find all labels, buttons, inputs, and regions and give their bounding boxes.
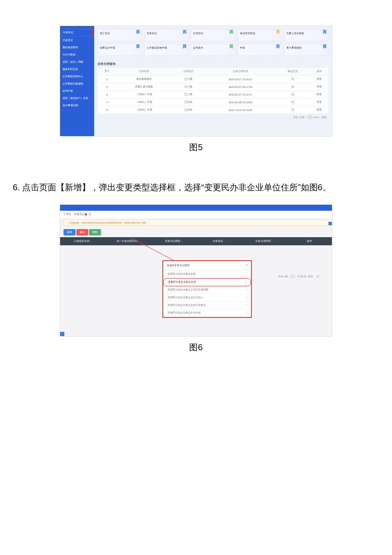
option-label: 变更民办非企业单位住所 bbox=[168, 281, 196, 284]
bookmark-icon bbox=[230, 30, 233, 34]
tab-apply[interactable]: 申请登记 bbox=[74, 213, 84, 215]
table-cell[interactable]: 查看 bbox=[309, 83, 329, 91]
table-cell: 2022-09-28 19:13:24 bbox=[205, 99, 276, 106]
table-cell[interactable]: 查看 bbox=[309, 99, 329, 106]
bookmark-icon bbox=[276, 44, 280, 49]
sidebar-item-apply[interactable]: 申请登记 bbox=[62, 29, 92, 37]
card-fuzeren[interactable]: 负责人设有报备 bbox=[284, 29, 329, 41]
modal-option-address[interactable]: 变更民办非企业单位住所 › bbox=[163, 278, 251, 286]
sidebar-item[interactable]: 证书申请 bbox=[62, 87, 92, 95]
sidebar-item[interactable]: 公开数组归集编制 bbox=[62, 80, 92, 87]
bookmark-icon bbox=[183, 30, 186, 34]
main-content: 成立登记 变更登记 注销登记 修改查询情况 负责人设有报备 须事追归申报 公开募… bbox=[94, 26, 332, 136]
delete-button[interactable]: 删除 bbox=[89, 229, 101, 235]
modal-option-legal[interactable]: 变更民办非企业单位法定代表人 › bbox=[163, 294, 251, 302]
card-label: 须事追归申报 bbox=[100, 46, 115, 50]
card-label: 变更登记 bbox=[147, 32, 157, 35]
card-label: 负责人设有报备 bbox=[286, 32, 304, 35]
chevron-right-icon: › bbox=[246, 311, 247, 314]
sidebar-item[interactable]: 服务利归记录 bbox=[62, 66, 92, 73]
tab-workspace[interactable]: 工作台 bbox=[63, 213, 71, 215]
card-gongkai[interactable]: 公开募捐资格申报 bbox=[144, 44, 189, 56]
page-jump-suffix: 页 bbox=[317, 275, 319, 278]
card-zhengshu[interactable]: 证书新补 bbox=[191, 44, 235, 56]
card-label: 重大事项报告 bbox=[286, 46, 302, 50]
close-icon[interactable]: × bbox=[246, 264, 248, 267]
page-number[interactable]: 2 bbox=[313, 116, 314, 119]
sidebar-item[interactable]: 当月大数据 bbox=[62, 51, 92, 58]
page-number[interactable]: 4 bbox=[317, 116, 319, 119]
instruction-paragraph: 6. 点击页面【新增】，弹出变更类型选择框，选择“变更民办非企业单位住所”如图6… bbox=[13, 179, 379, 196]
new-button[interactable]: 新增 bbox=[63, 229, 75, 235]
table-row: 1修改章程核准已上报2023-03-27 15:29:27无查看 bbox=[98, 76, 329, 83]
table-cell: 无 bbox=[276, 106, 309, 114]
th-seq: 序号 bbox=[98, 68, 117, 76]
pagination: 共有 10条 ‹ 1 2 3 4 › 跳至 bbox=[98, 114, 329, 119]
bookmark-icon bbox=[323, 30, 326, 34]
page-jump-label: 跳至 bbox=[322, 116, 327, 119]
sidebar-item[interactable]: 我的单据查询 bbox=[62, 44, 92, 51]
card-zhongda[interactable]: 重大事项报告 bbox=[284, 44, 329, 56]
change-type-modal: 请选择变更登记类型 × 变更民办非企业单位名称 › 变更民办非企业单位住所 › … bbox=[162, 260, 252, 318]
table-cell[interactable]: 查看 bbox=[309, 91, 329, 99]
table-cell[interactable]: 查看 bbox=[309, 106, 329, 114]
card-label: 专项 bbox=[240, 46, 245, 50]
modal-option-name[interactable]: 变更民办非企业单位名称 › bbox=[163, 270, 251, 278]
th-name: 业务名称 bbox=[117, 68, 172, 76]
sidebar-item[interactable]: 证照（证归）明细 bbox=[62, 58, 92, 66]
table-cell[interactable]: 查看 bbox=[309, 76, 329, 83]
table-cell: 无 bbox=[276, 83, 309, 91]
page-number[interactable]: 1 bbox=[308, 116, 312, 119]
table-cell: 无 bbox=[276, 91, 309, 99]
edit-button[interactable]: 修改 bbox=[76, 229, 88, 235]
table-header: 社会组织名称 ↓ 统一社会信用代码 ↓ 变更登记类型 ↓ 业务状态 ↓ 业务办理… bbox=[60, 237, 332, 245]
table-cell: 已办结 bbox=[171, 106, 205, 114]
corner-button[interactable] bbox=[60, 332, 64, 336]
table-cell: 已上报 bbox=[171, 76, 205, 83]
page-number[interactable]: 1 bbox=[291, 275, 294, 278]
th-op: 操作 bbox=[309, 68, 329, 76]
sidebar-item[interactable]: 已提登记 bbox=[62, 37, 92, 44]
modal-option-scope[interactable]: 变更民办非企业单位宗旨和业务范围 › bbox=[163, 286, 251, 294]
table-cell: （2022）年度 bbox=[117, 91, 172, 99]
sidebar-item[interactable]: 高大事项归档 bbox=[62, 102, 92, 109]
card-chengli[interactable]: 成立登记 bbox=[98, 29, 142, 41]
card-zhuxiao[interactable]: 注销登记 bbox=[191, 29, 235, 41]
table-cell: 3 bbox=[98, 91, 117, 99]
th-time: 业务办理时间 bbox=[205, 68, 276, 76]
app-header bbox=[60, 205, 332, 211]
page-number[interactable]: 3 bbox=[315, 116, 317, 119]
sidebar-item[interactable]: 设置（标志转户）发放 bbox=[62, 95, 92, 102]
table-cell: 5 bbox=[98, 106, 117, 114]
table-cell: （2020）年度 bbox=[117, 106, 172, 114]
table-cell: （2021）年度 bbox=[117, 99, 172, 106]
modal-option-funding[interactable]: 变更民办非企业单位开办资金 › bbox=[163, 309, 251, 317]
card-label: 公开募捐资格申报 bbox=[147, 46, 167, 50]
bookmark-icon bbox=[136, 30, 140, 34]
notice-bar: ⓘ 温馨提醒：如果没有查到填报项或内容与预期存在误差，请刷新加载后再次 查看 bbox=[63, 220, 329, 226]
bookmark-icon bbox=[230, 44, 233, 49]
card-xiugai[interactable]: 修改查询情况 bbox=[238, 29, 282, 41]
sidebar-item[interactable]: 公开数组控制中心 bbox=[62, 73, 92, 80]
page-total: 共有 4条 bbox=[278, 275, 288, 278]
col-status: 业务状态 ↓ bbox=[196, 239, 241, 244]
card-xusi[interactable]: 须事追归申报 bbox=[98, 44, 142, 56]
figure5-caption: 图5 bbox=[13, 142, 379, 153]
chevron-right-icon: › bbox=[246, 273, 247, 276]
modal-header: 请选择变更登记类型 × bbox=[163, 261, 251, 270]
modal-option-supervisor[interactable]: 变更民办非企业单位业务主管单位 › bbox=[163, 302, 251, 309]
close-icon[interactable] bbox=[85, 213, 87, 215]
table-cell: 2023-03-27 09:17:39 bbox=[205, 83, 276, 91]
records-table: 序号 业务名称 办理状态 业务办理时间 审批意见 操作 1修改章程核准已上报20… bbox=[98, 68, 329, 114]
card-biangeng[interactable]: 变更登记 bbox=[144, 29, 189, 41]
side-button[interactable] bbox=[329, 222, 332, 225]
card-shezhi[interactable]: 专项 bbox=[238, 44, 282, 56]
table-cell: 无 bbox=[276, 99, 309, 106]
col-orgname: 社会组织名称 ↓ bbox=[60, 239, 105, 244]
card-label: 修改查询情况 bbox=[240, 32, 255, 35]
pagination: 共有 4条 ‹ 1 › 10 条/页 跳至 页 bbox=[278, 275, 319, 278]
page-total: 共有 10条 bbox=[293, 116, 304, 119]
table-cell: 负责人设计报备 bbox=[117, 83, 172, 91]
section-title: 业务办理查询 bbox=[98, 60, 329, 68]
figure6-screenshot: 工作台 申请登记 合 ⓘ 温馨提醒：如果没有查到填报项或内容与预期存在误差，请刷… bbox=[60, 204, 332, 337]
